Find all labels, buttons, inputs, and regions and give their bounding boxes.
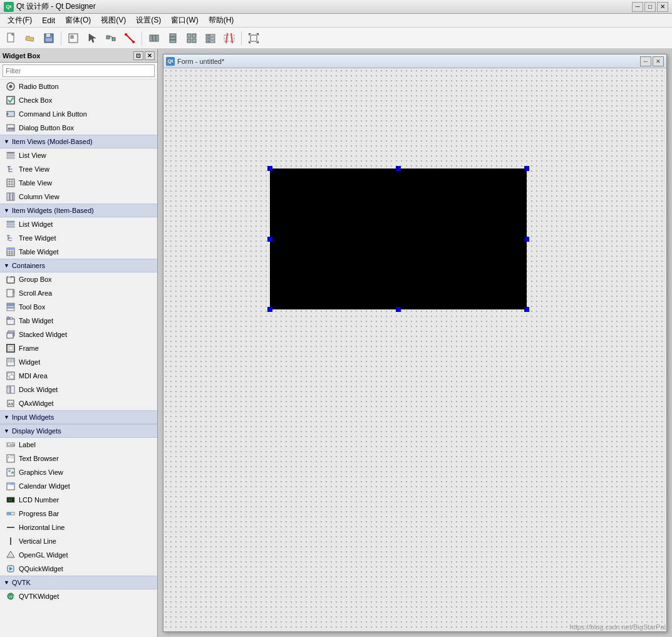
svg-rect-67 — [9, 240, 12, 241]
tree-widget-icon — [5, 233, 16, 243]
break-layout-button[interactable] — [220, 30, 238, 46]
category-item-widgets[interactable]: ▼ Item Widgets (Item-Based) — [0, 204, 157, 217]
category-input-widgets[interactable]: ▼ Input Widgets — [0, 410, 157, 424]
item-label[interactable]: Label Label — [0, 438, 157, 452]
open-file-button[interactable] — [21, 30, 39, 46]
item-scroll-area[interactable]: Scroll Area — [0, 286, 157, 300]
lcd-number-label: LCD Number — [19, 496, 59, 504]
item-widget[interactable]: Widget — [0, 355, 157, 369]
item-qax-widget[interactable]: AX QAxWidget — [0, 396, 157, 410]
layout-form-button[interactable] — [202, 30, 219, 46]
menu-form[interactable]: 窗体(O) — [60, 14, 96, 27]
svg-rect-63 — [7, 224, 14, 225]
item-progress-bar[interactable]: Progress Bar — [0, 507, 157, 520]
handle-middle-right[interactable] — [524, 237, 529, 242]
item-radio-button[interactable]: Radio Button — [0, 80, 157, 93]
radio-button-label: Radio Button — [19, 83, 59, 90]
handle-top-left[interactable] — [267, 166, 272, 171]
menu-edit[interactable]: Edit — [37, 15, 60, 26]
item-horizontal-line[interactable]: Horizontal Line — [0, 520, 157, 534]
svg-rect-62 — [7, 221, 14, 222]
item-column-view[interactable]: Column View — [0, 190, 157, 204]
radio-button-icon — [5, 81, 16, 91]
item-lcd-number[interactable]: 12 LCD Number — [0, 493, 157, 507]
widget-box-close-btn[interactable]: ✕ — [145, 51, 155, 60]
item-group-box[interactable]: GB Group Box — [0, 272, 157, 286]
layout-v-button[interactable] — [164, 30, 182, 46]
item-frame[interactable]: Frame — [0, 341, 157, 355]
label-label: Label — [19, 441, 36, 448]
category-containers[interactable]: ▼ Containers — [0, 259, 157, 272]
form-close-btn[interactable]: ✕ — [653, 56, 664, 66]
item-tree-view[interactable]: Tree View — [0, 162, 157, 176]
svg-rect-100 — [11, 386, 14, 393]
connect-mode-button[interactable] — [121, 30, 138, 46]
close-btn[interactable]: ✕ — [657, 2, 668, 12]
dialog-button-label: Dialog Button Box — [19, 124, 74, 132]
handle-bottom-left[interactable] — [267, 307, 272, 312]
form-canvas[interactable] — [163, 68, 666, 631]
layout-grid-button[interactable] — [183, 30, 200, 46]
handle-middle-left[interactable] — [267, 237, 272, 242]
toolbar-sep-1 — [61, 31, 61, 45]
minimize-btn[interactable]: ─ — [632, 2, 643, 12]
layout-h-button[interactable] — [145, 30, 163, 46]
window-controls: ─ □ ✕ — [632, 2, 668, 12]
tab-order-button[interactable] — [102, 30, 120, 46]
menu-help[interactable]: 帮助(H) — [204, 14, 239, 27]
item-vertical-line[interactable]: Vertical Line — [0, 534, 157, 548]
item-dock-widget[interactable]: Dock Widget — [0, 383, 157, 396]
qax-widget-icon: AX — [5, 398, 16, 408]
item-dialog-button[interactable]: Dialog Button Box — [0, 121, 157, 135]
widget-mode-button[interactable] — [65, 30, 82, 46]
handle-top-right[interactable] — [524, 166, 529, 171]
filter-input[interactable] — [3, 65, 155, 77]
svg-point-38 — [9, 85, 13, 88]
item-opengl-widget[interactable]: OpenGL Widget — [0, 548, 157, 562]
adjust-size-button[interactable] — [245, 30, 262, 46]
category-qvtk[interactable]: ▼ QVTK — [0, 576, 157, 589]
black-widget[interactable] — [270, 168, 527, 309]
form-minimize-btn[interactable]: ─ — [640, 56, 651, 66]
pointer-mode-button[interactable] — [83, 30, 101, 46]
tree-widget-label: Tree Widget — [19, 234, 56, 242]
svg-rect-64 — [7, 226, 14, 227]
horizontal-line-icon — [5, 522, 16, 532]
item-calendar-widget[interactable]: 12 Calendar Widget — [0, 479, 157, 493]
item-text-browser[interactable]: AI Text Browser — [0, 452, 157, 465]
scroll-area-icon — [5, 288, 16, 298]
item-tree-widget[interactable]: Tree Widget — [0, 231, 157, 245]
category-display-widgets[interactable]: ▼ Display Widgets — [0, 424, 157, 438]
menu-settings[interactable]: 设置(S) — [131, 14, 166, 27]
widget-box-float-btn[interactable]: ⊡ — [133, 51, 143, 60]
item-tool-box[interactable]: Tool Box — [0, 300, 157, 314]
handle-top-center[interactable] — [396, 166, 401, 171]
svg-rect-92 — [9, 346, 13, 350]
item-table-view[interactable]: Table View — [0, 176, 157, 190]
handle-bottom-center[interactable] — [396, 307, 401, 312]
item-list-widget[interactable]: List Widget — [0, 217, 157, 231]
menu-file[interactable]: 文件(F) — [3, 14, 37, 27]
item-command-link[interactable]: Command Link Button — [0, 107, 157, 121]
form-window-controls: ─ ✕ — [640, 56, 664, 66]
item-check-box[interactable]: Check Box — [0, 93, 157, 107]
maximize-btn[interactable]: □ — [644, 2, 656, 12]
item-graphics-view[interactable]: Graphics View — [0, 465, 157, 479]
item-tab-widget[interactable]: Tab Widget — [0, 314, 157, 328]
svg-rect-59 — [7, 193, 9, 200]
save-file-button[interactable] — [40, 30, 58, 46]
svg-point-12 — [132, 41, 135, 43]
item-table-widget[interactable]: Table Widget — [0, 245, 157, 259]
menu-view[interactable]: 视图(V) — [96, 14, 131, 27]
item-qquick-widget[interactable]: QQuickWidget — [0, 562, 157, 576]
item-mdi-area[interactable]: MDI Area — [0, 369, 157, 383]
list-view-label: List View — [19, 152, 46, 159]
item-qvtk-widget[interactable]: VTK QVTKWidget — [0, 589, 157, 603]
menu-window[interactable]: 窗口(W) — [166, 14, 203, 27]
category-item-views[interactable]: ▼ Item Views (Model-Based) — [0, 135, 157, 148]
item-stacked-widget[interactable]: Stacked Widget — [0, 328, 157, 341]
handle-bottom-right[interactable] — [524, 307, 529, 312]
new-file-button[interactable] — [3, 30, 20, 46]
item-list-view[interactable]: List View — [0, 148, 157, 162]
svg-text:12: 12 — [8, 482, 11, 485]
